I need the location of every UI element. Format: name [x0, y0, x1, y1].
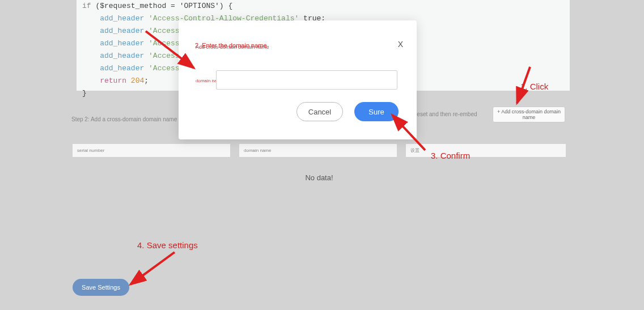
annotation-4: 4. Save settings [137, 240, 198, 250]
code-str: 'Access [149, 64, 180, 73]
code-str: 'Access [149, 52, 180, 60]
annotation-3: 3. Confirm [431, 151, 470, 160]
hint-text: reset and then re-embed [415, 111, 477, 117]
code-return: return [100, 77, 126, 85]
save-settings-button[interactable]: Save Settings [73, 279, 129, 296]
add-cross-domain-button[interactable]: + Add cross-domain domain name [493, 107, 565, 122]
code-str: 'Access [149, 27, 180, 35]
table-header-row: serial number domain name 设置 [73, 144, 566, 158]
th-domain: domain name [239, 144, 397, 158]
save-label: Save Settings [82, 284, 120, 291]
annotation-2: 2. Enter the domain name [195, 42, 267, 49]
arrow-4-icon [124, 249, 180, 295]
code-fn: add_header [100, 52, 144, 60]
cancel-button[interactable]: Cancel [296, 102, 343, 121]
svg-line-7 [130, 252, 175, 284]
th-settings: 设置 [406, 144, 566, 158]
modal-close-button[interactable]: X [398, 40, 403, 49]
annotation-1: 1. Click [520, 82, 548, 91]
th-serial: serial number [73, 144, 230, 158]
code-fn: add_header [100, 39, 144, 48]
domain-table: serial number domain name 设置 No data! [73, 144, 566, 182]
code-str: 'Access [149, 39, 180, 48]
domain-name-input[interactable] [216, 70, 397, 90]
code-text: ; [144, 77, 149, 85]
code-fn: add_header [100, 27, 144, 35]
sure-button[interactable]: Sure [354, 102, 399, 121]
code-fn: add_header [100, 64, 144, 73]
code-kw: if [82, 2, 91, 10]
code-fn: add_header [100, 14, 144, 23]
code-text: ($request_method = 'OPTIONS') { [91, 2, 233, 10]
add-button-label: + Add cross-domain domain name [493, 109, 565, 120]
add-domain-modal: Add cross-domain domain name X domain na… [179, 20, 417, 139]
code-num: 204 [131, 77, 144, 85]
table-empty: No data! [73, 173, 566, 182]
